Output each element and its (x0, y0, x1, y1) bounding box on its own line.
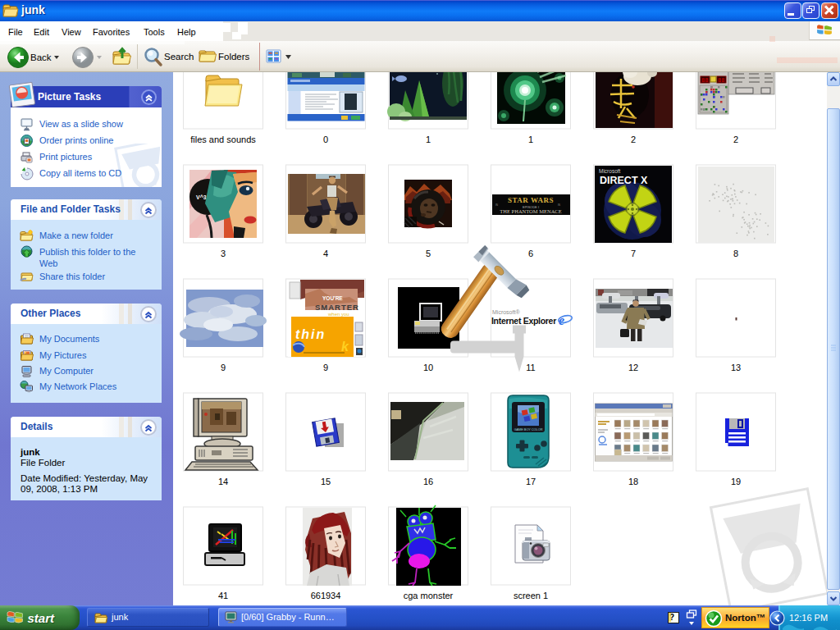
svg-text:0: 0 (323, 135, 328, 144)
svg-text:16: 16 (423, 477, 433, 486)
svg-text:2: 2 (733, 135, 738, 144)
svg-text:IN: IN (495, 203, 498, 207)
svg-text:DIRECT X: DIRECT X (600, 175, 648, 186)
svg-text:17: 17 (526, 477, 536, 486)
svg-text:thin: thin (295, 327, 326, 341)
svg-text:661934: 661934 (311, 591, 341, 600)
svg-text:THE PHANTOM MENACE: THE PHANTOM MENACE (500, 208, 561, 214)
svg-text:13: 13 (731, 363, 741, 372)
svg-text:19: 19 (731, 477, 741, 486)
svg-text:Back: Back (30, 52, 52, 62)
svg-text:cga monster: cga monster (404, 591, 454, 600)
svg-text:11: 11 (526, 363, 535, 372)
svg-text:k: k (341, 340, 349, 354)
svg-text:15: 15 (321, 477, 331, 486)
svg-text:41: 41 (218, 591, 228, 600)
svg-text:start: start (28, 611, 56, 625)
svg-text:1: 1 (528, 135, 533, 144)
svg-text:when you: when you (327, 312, 349, 317)
svg-text:files and sounds: files and sounds (190, 135, 256, 144)
svg-text:Microsoft: Microsoft (599, 168, 621, 174)
svg-text:YOU'RE: YOU'RE (322, 295, 343, 301)
svg-text:7: 7 (631, 249, 636, 258)
svg-text:6: 6 (528, 249, 533, 258)
svg-text:2: 2 (631, 135, 636, 144)
svg-text:STAR WARS: STAR WARS (508, 196, 554, 204)
svg-text:88: 88 (701, 77, 708, 84)
svg-text:V^3: V^3 (196, 194, 207, 200)
svg-text:18: 18 (628, 477, 638, 486)
svg-text:8: 8 (733, 249, 738, 258)
svg-text:e: e (559, 313, 564, 327)
svg-text:3: 3 (221, 249, 226, 258)
svg-text:IN: IN (558, 203, 560, 207)
svg-text:Microsoft®: Microsoft® (492, 309, 520, 315)
svg-text:Folders: Folders (218, 52, 249, 62)
svg-text:4: 4 (323, 249, 328, 258)
svg-text:1: 1 (426, 135, 431, 144)
svg-text:14: 14 (218, 477, 228, 486)
svg-text:screen 1: screen 1 (514, 591, 548, 600)
svg-text:SMARTER: SMARTER (315, 303, 359, 312)
svg-text:88: 88 (718, 77, 724, 84)
svg-text:10: 10 (423, 363, 433, 372)
svg-text:9: 9 (221, 363, 226, 372)
svg-text:Search: Search (164, 52, 194, 62)
svg-text:GAME BOY COLOR: GAME BOY COLOR (514, 428, 543, 431)
svg-text:5: 5 (426, 249, 431, 258)
svg-text:Internet Explorer: Internet Explorer (491, 316, 556, 326)
svg-text:12: 12 (628, 363, 638, 372)
svg-text:9: 9 (323, 363, 328, 372)
